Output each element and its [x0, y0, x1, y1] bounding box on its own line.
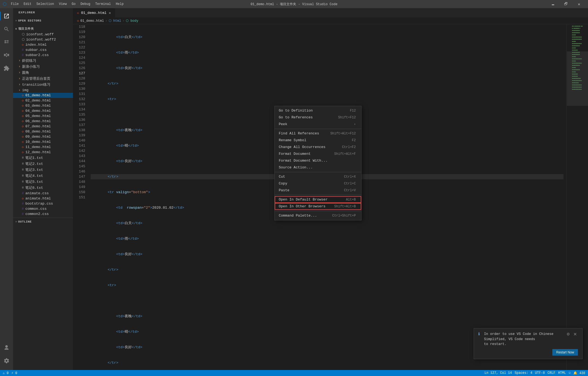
accounts-activity-icon[interactable] [0, 341, 13, 354]
line-num-142: 142 [76, 148, 85, 153]
close-button[interactable]: ✕ [573, 0, 585, 8]
status-warnings[interactable]: ⚡ 0 [11, 371, 17, 375]
sidebar-item-note4[interactable]: ≡ 笔记4.txt [13, 173, 73, 179]
context-menu-peek[interactable]: Peek › [275, 121, 361, 128]
sidebar-item-label: 笔记5.txt [25, 179, 43, 184]
context-menu-command-palette[interactable]: Command Palette... Ctrl+Shift+P [275, 212, 361, 219]
sidebar-item-common-css[interactable]: # common.css [13, 206, 73, 211]
breadcrumb-body[interactable]: ⬡ body [126, 19, 138, 23]
sidebar-item-subbar-css[interactable]: # subbar.css [13, 47, 73, 53]
notification-settings-button[interactable]: ⚙ [566, 332, 570, 336]
sidebar-item-folder-zhengda[interactable]: › 正达管理后台首页 [13, 76, 73, 82]
status-cursor-position[interactable]: Ln 127, Col 14 [485, 371, 512, 375]
context-menu-change-all-occurrences[interactable]: Change All Occurrences Ctrl+F2 [275, 144, 361, 150]
extensions-activity-icon[interactable] [0, 62, 13, 75]
sidebar-item-folder-img[interactable]: › img [13, 88, 73, 93]
breadcrumb-html[interactable]: ⬡ html [109, 19, 121, 23]
line-num-126: 126 [76, 66, 85, 71]
context-menu-go-to-references[interactable]: Go to References Shift+F12 [275, 114, 361, 121]
sidebar-item-10-demo[interactable]: ◇ 10_demo.html [13, 139, 73, 144]
sidebar-title: EXPLORER [13, 8, 73, 17]
status-errors[interactable]: ⚠ 0 [3, 371, 9, 375]
context-menu-cut[interactable]: Cut Ctrl+X [275, 173, 361, 180]
menu-go[interactable]: Go [69, 2, 78, 7]
status-notifications[interactable]: 🔔 438 [573, 371, 585, 375]
sidebar-item-label: 11_demo.html [25, 145, 51, 149]
menu-view[interactable]: View [57, 2, 69, 7]
sidebar-item-05-demo[interactable]: ◇ 05_demo.html [13, 113, 73, 119]
sidebar-item-02-demo[interactable]: ◇ 02_demo.html [13, 98, 73, 103]
context-menu-open-other-browsers[interactable]: Open In Other Browsers Shift+Alt+B [275, 203, 361, 210]
menu-help[interactable]: Help [114, 2, 126, 7]
sidebar-item-note3[interactable]: ≡ 笔记3.txt [13, 167, 73, 173]
sidebar-item-folder-yuanjiao[interactable]: › 圆角 [13, 70, 73, 76]
menu-edit[interactable]: Edit [22, 2, 34, 7]
sidebar-item-01-demo[interactable]: ◇ 01_demo.html [13, 93, 73, 98]
menu-debug[interactable]: Debug [78, 2, 93, 7]
menu-selection[interactable]: Selection [34, 2, 56, 7]
notification-actions: ⚙ ✕ [566, 332, 578, 337]
sidebar-item-06-demo[interactable]: ◇ 06_demo.html [13, 119, 73, 124]
sidebar-item-03-demo[interactable]: ◇ 03_demo.html [13, 103, 73, 108]
sidebar-item-note6[interactable]: ≡ 笔记6.txt [13, 185, 73, 191]
status-language[interactable]: HTML [558, 371, 566, 375]
context-menu-format-document[interactable]: Format Document Shift+Alt+F [275, 150, 361, 157]
context-menu-copy[interactable]: Copy Ctrl+C [275, 180, 361, 187]
context-menu-rename-symbol[interactable]: Rename Symbol F2 [275, 137, 361, 144]
restart-now-button[interactable]: Restart Now [552, 349, 578, 356]
sidebar-item-subbar2-css[interactable]: # subbar2.css [13, 53, 73, 58]
status-bar: ⚠ 0 ⚡ 0 Ln 127, Col 14 Spaces: 4 UTF-8 C… [0, 370, 588, 376]
sidebar-item-folder-xinlang[interactable]: › 新浪小练习 [13, 64, 73, 70]
source-control-activity-icon[interactable] [0, 36, 13, 49]
status-smiley-icon[interactable]: ☺ [569, 371, 571, 375]
open-editors-label: OPEN EDITORS [18, 19, 41, 22]
sidebar-item-note2[interactable]: ≡ 笔记2.txt [13, 161, 73, 167]
debug-activity-icon[interactable] [0, 49, 13, 62]
menu-file[interactable]: File [9, 2, 21, 7]
menu-terminal[interactable]: Terminal [93, 2, 113, 7]
outline-header[interactable]: › OUTLINE [13, 219, 73, 224]
explorer-activity-icon[interactable] [0, 10, 13, 23]
context-menu-source-action[interactable]: Source Action... [275, 164, 361, 171]
notification-close-button[interactable]: ✕ [572, 332, 578, 337]
txt-file-icon: ≡ [22, 156, 24, 160]
sidebar-item-04-demo[interactable]: ◇ 04_demo.html [13, 108, 73, 113]
open-editors-header[interactable]: › OPEN EDITORS [13, 18, 73, 23]
sidebar-item-common2-css[interactable]: # common2.css [13, 211, 73, 217]
context-menu-open-default-browser[interactable]: Open In Default Browser Alt+B [275, 196, 361, 203]
sidebar-item-bootstrap-css[interactable]: # bootstrap.css [13, 201, 73, 206]
tab-close-button[interactable]: ✕ [109, 11, 111, 15]
sidebar-item-note1[interactable]: ≡ 笔记1.txt [13, 155, 73, 161]
minimize-button[interactable]: 🗕 [547, 0, 559, 8]
context-menu-find-all-references[interactable]: Find All References Shift+Alt+F12 [275, 130, 361, 137]
maximize-button[interactable]: 🗗 [560, 0, 572, 8]
sidebar-item-11-demo[interactable]: ◇ 11_demo.html [13, 144, 73, 150]
sidebar-item-animate-html[interactable]: ◇ animate.html [13, 196, 73, 201]
tab-01-demo[interactable]: ◇ 01_demo.html ✕ [73, 8, 115, 17]
status-encoding[interactable]: UTF-8 [535, 371, 545, 375]
line-num-140: 140 [76, 138, 85, 143]
status-line-ending[interactable]: CRLF [547, 371, 555, 375]
line-num-130: 130 [76, 86, 85, 91]
sidebar-item-folder-transition[interactable]: › transition练习 [13, 82, 73, 88]
sidebar-item-animate-css[interactable]: # animate.css [13, 191, 73, 196]
sidebar-item-iconfont-woff[interactable]: ⬡ iconfont.woff [13, 32, 73, 37]
sidebar-item-12-demo[interactable]: ◇ 12_demo.html [13, 150, 73, 155]
search-activity-icon[interactable] [0, 23, 13, 36]
sidebar-item-folder-xieqie[interactable]: › 斜切练习 [13, 58, 73, 64]
sidebar-item-07-demo[interactable]: ◇ 07_demo.html [13, 124, 73, 129]
code-editor[interactable]: 118 119 120 121 122 123 124 125 126 127 … [73, 24, 588, 370]
sidebar-item-index-html[interactable]: ◇ index.html [13, 42, 73, 47]
sidebar-item-note5[interactable]: ≡ 笔记5.txt [13, 179, 73, 185]
sidebar-item-09-demo[interactable]: ◇ 09_demo.html [13, 134, 73, 139]
context-menu-format-document-with[interactable]: Format Document With... [275, 157, 361, 164]
project-folder-header[interactable]: ∨ 项目文件夹 [13, 26, 73, 32]
status-spaces[interactable]: Spaces: 4 [515, 371, 532, 375]
breadcrumb-file[interactable]: 01_demo.html [80, 19, 104, 23]
sidebar-item-iconfont-woff2[interactable]: ⬡ iconfont.woff2 [13, 37, 73, 42]
context-menu-go-to-definition[interactable]: Go to Definition F12 [275, 107, 361, 114]
settings-activity-icon[interactable] [0, 354, 13, 367]
sidebar-item-label: 02_demo.html [25, 98, 51, 103]
sidebar-item-08-demo[interactable]: ◇ 08_demo.html [13, 129, 73, 134]
context-menu-paste[interactable]: Paste Ctrl+V [275, 187, 361, 194]
